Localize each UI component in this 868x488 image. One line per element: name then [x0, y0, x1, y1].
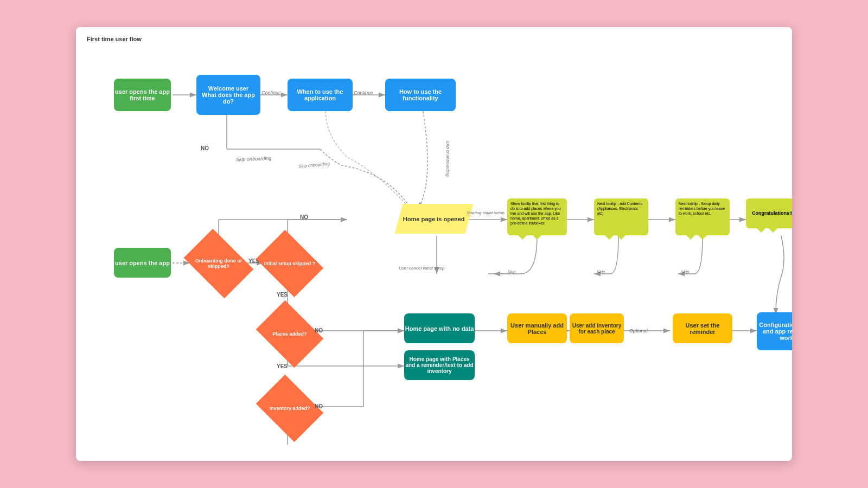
label-skip1: Skip	[507, 269, 516, 274]
label-skip-onboarding2: Skip onboarding	[298, 161, 330, 169]
label-no2: NO	[300, 214, 308, 220]
node-home-page-opened: Home page is opened	[395, 204, 474, 234]
label-user-cancel: User cancel initial setup	[399, 266, 444, 271]
label-starting-setup: Starting initial setup	[467, 210, 505, 215]
diamond-initial-setup: Initial setup skipped ?	[256, 230, 323, 297]
tooltip1-bubble: Show tooltip that first thing to do is t…	[507, 198, 567, 235]
flow-diagram-canvas: First time user flow	[76, 27, 792, 461]
node-config-done: Configuration done and app ready to work	[757, 312, 792, 350]
label-no4: NO	[315, 403, 323, 409]
label-skip-onboarding1: Skip onboarding	[236, 156, 271, 162]
node-manually-add: User manually add Places	[507, 313, 567, 343]
node-how-use: How to use the functionality	[385, 79, 456, 111]
label-skip2: Skip	[597, 269, 605, 274]
node-add-inventory: User add inventory for each place	[570, 313, 624, 343]
node-user-opens-first: user opens the app first time	[114, 79, 171, 111]
congratulations-bubble: Congratulations!!!	[746, 198, 792, 228]
label-skip3: Skip	[681, 269, 690, 274]
label-continue1: Continue	[261, 90, 281, 95]
node-home-places: Home page with Places and a reminder/tex…	[404, 350, 475, 380]
diamond-inventory: Inventory added?	[256, 375, 323, 442]
label-no3: NO	[315, 328, 323, 333]
node-welcome: Welcome user What does the app do?	[196, 75, 260, 115]
node-user-opens-app: user opens the app	[114, 248, 171, 278]
node-home-no-data: Home page with no data	[404, 313, 475, 343]
label-continue2: Continue	[354, 90, 373, 95]
label-end-onboarding: End of onboarding	[445, 141, 450, 176]
diagram-title: First time user flow	[87, 36, 142, 42]
node-when-use: When to use the application	[288, 79, 353, 111]
diamond-places: Places added?	[256, 300, 323, 368]
label-yes3: YES	[277, 363, 288, 369]
label-yes2: YES	[277, 292, 288, 298]
tooltip3-bubble: Next tooltip - Setup daily reminders bef…	[675, 198, 730, 235]
label-no1: NO	[201, 145, 209, 151]
label-optional: Optional	[629, 328, 648, 333]
diamond-onboarding: Onboarding done or skipped?	[184, 229, 254, 299]
tooltip2-bubble: Next tooltip - add Contents (Appliances,…	[594, 198, 648, 235]
node-set-reminder: User set the reminder	[673, 313, 732, 343]
